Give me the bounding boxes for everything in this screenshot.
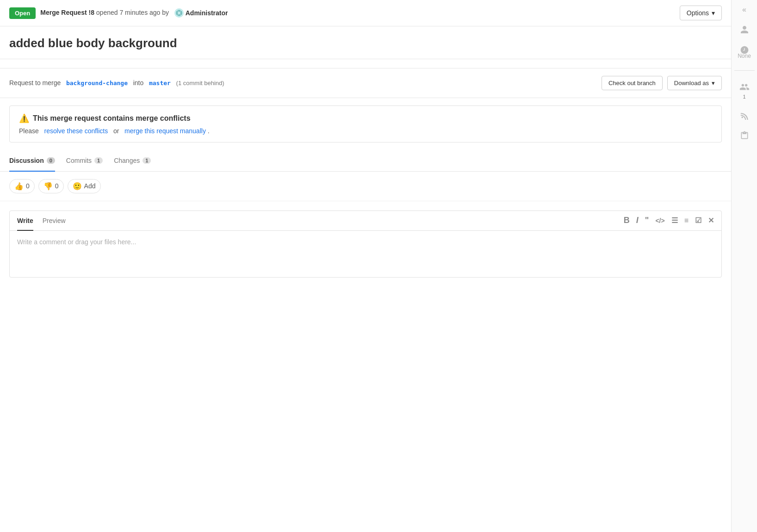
user-icon	[740, 25, 749, 34]
target-branch[interactable]: master	[149, 80, 171, 87]
svg-point-2	[176, 12, 178, 13]
sidebar-user[interactable]	[740, 25, 749, 34]
reactions-bar: 👍 0 👎 0 🙂 Add	[0, 172, 731, 201]
bold-icon[interactable]: B	[624, 216, 630, 225]
sidebar-divider	[734, 70, 755, 71]
tab-discussion-label: Discussion	[9, 157, 44, 164]
comment-toolbar: B I " </> ☰ ≡ ☑ ✕	[624, 216, 714, 225]
mr-meta-detail: opened 7 minutes ago by	[96, 9, 169, 16]
behind-text: (1 commit behind)	[176, 80, 224, 87]
conflict-title: ⚠️ This merge request contains merge con…	[19, 113, 712, 124]
tab-changes-label: Changes	[114, 157, 140, 164]
author-name: Administrator	[186, 9, 228, 17]
open-badge: Open	[9, 7, 36, 19]
italic-icon[interactable]: I	[636, 216, 639, 225]
svg-point-3	[180, 12, 181, 13]
thumbsdown-emoji: 👎	[43, 182, 53, 191]
header-meta: Merge Request !8 opened 7 minutes ago by…	[40, 8, 675, 18]
branch-info-bar: Request to merge background-change into …	[0, 68, 731, 98]
sidebar-clipboard[interactable]	[740, 131, 749, 140]
header-bar: Open Merge Request !8 opened 7 minutes a…	[0, 0, 731, 26]
thumbsup-count: 0	[26, 182, 30, 190]
right-sidebar: « None 1	[731, 0, 757, 532]
conflict-body-prefix: Please	[19, 127, 39, 135]
tab-changes-badge: 1	[143, 157, 151, 164]
branch-prefix: Request to merge	[9, 79, 61, 87]
svg-point-6	[176, 13, 178, 15]
svg-point-5	[178, 14, 180, 16]
participants-count: 1	[743, 94, 745, 99]
collapse-icon[interactable]: «	[742, 6, 746, 14]
conflict-box: ⚠️ This merge request contains merge con…	[9, 105, 722, 142]
svg-point-7	[180, 13, 181, 15]
download-chevron-icon: ▾	[712, 80, 715, 87]
tab-discussion[interactable]: Discussion 0	[9, 150, 55, 172]
resolve-conflicts-link[interactable]: resolve these conflicts	[44, 127, 108, 135]
svg-point-0	[174, 8, 184, 18]
thumbsup-button[interactable]: 👍 0	[9, 179, 35, 193]
tab-commits-label: Commits	[66, 157, 92, 164]
participants-icon	[739, 82, 750, 92]
svg-point-4	[178, 11, 180, 12]
add-reaction-button[interactable]: 🙂 Add	[68, 179, 101, 193]
conflict-body-middle: or	[113, 127, 119, 135]
unordered-list-icon[interactable]: ☰	[671, 216, 678, 225]
source-branch[interactable]: background-change	[66, 80, 128, 87]
sidebar-feed[interactable]	[740, 111, 749, 120]
thumbsdown-count: 0	[55, 182, 59, 190]
branch-info-text: Request to merge background-change into …	[9, 79, 597, 87]
tabs-bar: Discussion 0 Commits 1 Changes 1	[0, 150, 731, 172]
fullscreen-icon[interactable]: ✕	[708, 216, 714, 225]
comment-tab-group: Write Preview	[17, 211, 75, 230]
checkout-branch-button[interactable]: Check out branch	[602, 76, 663, 90]
none-label: None	[738, 53, 751, 59]
author-avatar-icon	[174, 8, 184, 18]
rss-icon	[740, 111, 749, 120]
comment-placeholder: Write a comment or drag your files here.…	[17, 238, 136, 246]
sidebar-participants[interactable]: 1	[739, 82, 750, 99]
comment-body[interactable]: Write a comment or drag your files here.…	[10, 231, 721, 277]
download-label: Download as	[674, 80, 709, 87]
conflict-body: Please resolve these conflicts or merge …	[19, 127, 712, 135]
clipboard-icon	[740, 131, 749, 140]
options-button[interactable]: Options ▾	[680, 6, 722, 20]
description-area	[0, 59, 731, 68]
comment-box: Write Preview B I " </> ☰ ≡ ☑ ✕ Write a …	[9, 210, 722, 278]
tab-changes[interactable]: Changes 1	[114, 150, 151, 172]
sidebar-clock[interactable]: None	[738, 45, 751, 59]
quote-icon[interactable]: "	[645, 216, 649, 225]
thumbsup-emoji: 👍	[14, 182, 24, 191]
ordered-list-icon[interactable]: ≡	[684, 217, 689, 225]
branch-middle: into	[133, 79, 144, 87]
tab-discussion-badge: 0	[47, 157, 55, 164]
warning-icon: ⚠️	[19, 113, 29, 124]
sidebar-collapse[interactable]: «	[742, 6, 746, 14]
smiley-icon: 🙂	[73, 182, 82, 191]
comment-tabs: Write Preview B I " </> ☰ ≡ ☑ ✕	[10, 211, 721, 231]
tab-commits[interactable]: Commits 1	[66, 150, 103, 172]
code-icon[interactable]: </>	[655, 217, 664, 224]
conflict-body-suffix: .	[208, 127, 210, 135]
options-chevron-icon: ▾	[712, 9, 715, 17]
conflict-title-text: This merge request contains merge confli…	[33, 114, 191, 123]
thumbsdown-button[interactable]: 👎 0	[38, 179, 64, 193]
mr-number: Merge Request !8	[40, 9, 94, 16]
write-tab[interactable]: Write	[17, 211, 33, 231]
preview-tab[interactable]: Preview	[43, 211, 66, 231]
add-reaction-label: Add	[84, 182, 96, 190]
checkbox-icon[interactable]: ☑	[695, 216, 701, 225]
mr-title: added blue body background	[9, 36, 722, 51]
tab-commits-badge: 1	[94, 157, 103, 164]
options-label: Options	[687, 9, 709, 17]
merge-manually-link[interactable]: merge this request manually	[124, 127, 206, 135]
title-section: added blue body background	[0, 26, 731, 59]
download-as-button[interactable]: Download as ▾	[667, 76, 722, 90]
